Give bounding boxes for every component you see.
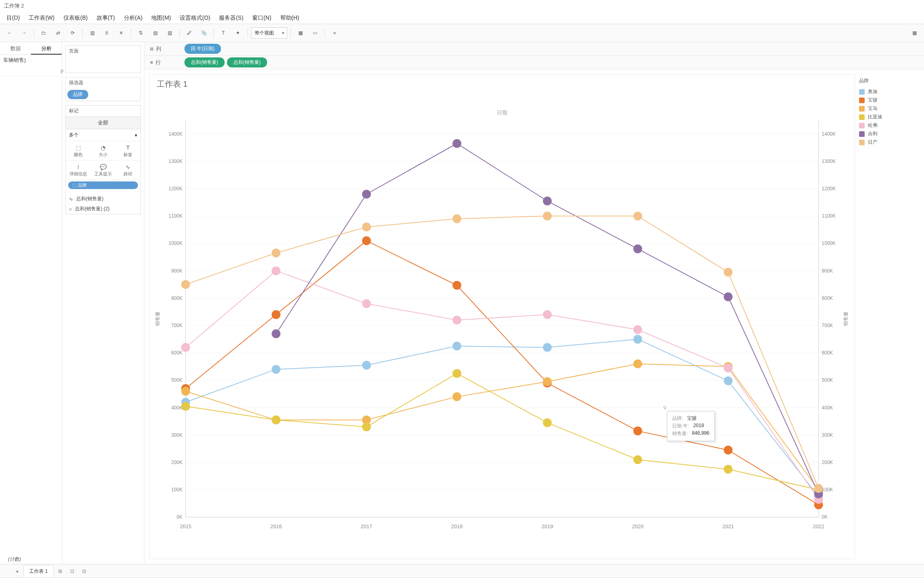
legend-item[interactable]: 比亚迪 bbox=[859, 113, 915, 121]
svg-point-99 bbox=[272, 330, 280, 338]
legend-item[interactable]: 日产 bbox=[859, 138, 915, 147]
new-dashboard-button[interactable]: ⊡ bbox=[67, 566, 78, 576]
svg-point-92 bbox=[272, 267, 280, 275]
svg-text:300K: 300K bbox=[171, 432, 182, 438]
marks-card: 标记 全部 多个▾ ⬚颜色 ◔大小 T标签 ⁞详细信息 💬工具提示 ∿路径 ⬚品… bbox=[65, 105, 141, 214]
view-mode-select[interactable]: 整个视图 bbox=[251, 27, 287, 39]
svg-text:2021: 2021 bbox=[722, 523, 734, 529]
legend-item[interactable]: 哈弗 bbox=[859, 121, 915, 130]
svg-point-91 bbox=[181, 343, 190, 352]
menu-item[interactable]: 分析(A) bbox=[120, 13, 147, 23]
show-me-button[interactable]: ▦ bbox=[294, 26, 307, 39]
legend-item[interactable]: 吉利 bbox=[859, 130, 915, 138]
svg-text:1200K: 1200K bbox=[822, 186, 836, 191]
svg-text:1100K: 1100K bbox=[168, 213, 182, 219]
rows-shelf[interactable]: ≡行 总和(销售量) 总和(销售量) bbox=[144, 56, 924, 69]
menu-item[interactable]: 仪表板(B) bbox=[59, 13, 92, 23]
data-source-name[interactable]: 车辆销售) bbox=[0, 55, 62, 65]
new-worksheet-button[interactable]: ⊞ bbox=[55, 566, 66, 576]
menu-item[interactable]: 窗口(N) bbox=[248, 13, 275, 23]
svg-point-113 bbox=[814, 484, 823, 493]
svg-text:1100K: 1100K bbox=[822, 213, 836, 219]
svg-text:1000K: 1000K bbox=[822, 240, 836, 246]
svg-point-96 bbox=[633, 325, 642, 334]
tab-analysis[interactable]: 分析 bbox=[31, 42, 62, 55]
legend-title: 品牌 bbox=[859, 77, 915, 84]
svg-text:日期: 日期 bbox=[497, 110, 507, 116]
duplicate-button[interactable]: ⎘ bbox=[100, 26, 113, 39]
svg-text:200K: 200K bbox=[822, 460, 833, 465]
marks-color[interactable]: ⬚颜色 bbox=[66, 141, 91, 161]
legend-item[interactable]: 奥迪 bbox=[859, 88, 915, 96]
columns-shelf[interactable]: iii列 田 年(日期) bbox=[144, 42, 924, 56]
svg-point-83 bbox=[181, 402, 190, 411]
chart-svg: 日期0K0K100K100K200K200K300K300K400K400K50… bbox=[150, 75, 855, 559]
svg-point-94 bbox=[452, 315, 461, 324]
dashboard-button[interactable]: ▭ bbox=[308, 26, 321, 39]
text-button[interactable]: T bbox=[217, 26, 230, 39]
search-input[interactable] bbox=[2, 67, 64, 74]
rows-pill-2[interactable]: 总和(销售量) bbox=[227, 57, 267, 67]
marks-detail[interactable]: ⁞详细信息 bbox=[66, 161, 91, 180]
columns-pill-year[interactable]: 田 年(日期) bbox=[184, 44, 221, 54]
filter-pill-brand[interactable]: 品牌 bbox=[67, 90, 88, 99]
rows-pill-1[interactable]: 总和(销售量) bbox=[184, 57, 225, 67]
sort-asc-button[interactable]: ▤ bbox=[149, 26, 162, 39]
save-button[interactable]: 🗀 bbox=[37, 26, 50, 39]
legend-item[interactable]: 宝骏 bbox=[859, 96, 915, 104]
marks-tooltip[interactable]: 💬工具提示 bbox=[91, 161, 116, 180]
sheet-tab-1[interactable]: 工作表 1 bbox=[23, 565, 54, 577]
show-me-panel-button[interactable]: ▦ bbox=[908, 26, 921, 39]
menu-item[interactable]: 目(D) bbox=[2, 13, 24, 23]
new-data-button[interactable]: ⇄ bbox=[52, 26, 65, 39]
menu-item[interactable]: 地图(M) bbox=[147, 13, 175, 23]
marks-agg1[interactable]: ∿总和(销售量) bbox=[66, 194, 140, 204]
menu-item[interactable]: 帮助(H) bbox=[276, 13, 303, 23]
new-story-button[interactable]: ⊟ bbox=[79, 566, 90, 576]
count-field[interactable]: (计数) bbox=[0, 555, 62, 564]
menu-item[interactable]: 服务器(S) bbox=[215, 13, 247, 23]
marks-all[interactable]: 全部 bbox=[66, 116, 140, 129]
svg-text:2018: 2018 bbox=[451, 523, 463, 529]
marks-agg2[interactable]: ○总和(销售量) (2) bbox=[66, 204, 140, 214]
highlight-button[interactable]: 🖉 bbox=[183, 26, 196, 39]
svg-text:1300K: 1300K bbox=[168, 159, 182, 164]
marks-type-select[interactable]: 多个▾ bbox=[66, 129, 140, 141]
forward-button[interactable]: → bbox=[18, 26, 30, 39]
menu-item[interactable]: 故事(T) bbox=[93, 13, 119, 23]
svg-text:销售量: 销售量 bbox=[843, 311, 849, 326]
group-button[interactable]: 📎 bbox=[197, 26, 210, 39]
legend-item[interactable]: 宝马 bbox=[859, 104, 915, 113]
share-button[interactable]: ∝ bbox=[328, 26, 341, 39]
svg-text:400K: 400K bbox=[171, 405, 182, 411]
chart-region[interactable]: 工作表 1 日期0K0K100K100K200K200K300K300K400K… bbox=[149, 74, 855, 559]
new-sheet-button[interactable]: ▥ bbox=[86, 26, 99, 39]
sort-desc-button[interactable]: ▥ bbox=[163, 26, 176, 39]
svg-point-101 bbox=[452, 139, 461, 148]
svg-point-64 bbox=[633, 335, 642, 344]
menu-item[interactable]: 工作表(W) bbox=[24, 13, 59, 23]
marks-label[interactable]: T标签 bbox=[116, 141, 140, 161]
menu-item[interactable]: 设置格式(O) bbox=[176, 13, 214, 23]
marks-path[interactable]: ∿路径 bbox=[116, 161, 140, 180]
clear-button[interactable]: ✕ bbox=[115, 26, 128, 39]
format-button[interactable]: ✦ bbox=[231, 26, 244, 39]
tab-data[interactable]: 数据 bbox=[0, 42, 31, 55]
swap-button[interactable]: ⇅ bbox=[134, 26, 147, 39]
marks-size[interactable]: ◔大小 bbox=[91, 141, 116, 161]
legend-panel: 品牌 奥迪宝骏宝马比亚迪哈弗吉利日产 bbox=[855, 74, 919, 559]
cards-column: 页面 筛选器 品牌 标记 全部 多个▾ ⬚颜色 ◔大小 T标签 ⁞详细信息 💬工… bbox=[62, 42, 144, 564]
svg-text:2015: 2015 bbox=[180, 523, 191, 529]
sheet-nav-left[interactable]: ◂ bbox=[11, 566, 22, 576]
pages-label: 页面 bbox=[66, 46, 140, 57]
data-pane: 数据 分析 车辆销售) ▽ ≡ ▾ (计数) bbox=[0, 42, 62, 564]
back-button[interactable]: ← bbox=[3, 26, 16, 39]
svg-text:100K: 100K bbox=[171, 487, 182, 493]
svg-point-78 bbox=[452, 392, 461, 401]
refresh-button[interactable]: ⟳ bbox=[66, 26, 79, 39]
svg-text:1200K: 1200K bbox=[168, 186, 182, 191]
marks-pill-brand[interactable]: ⬚品牌 bbox=[68, 181, 138, 189]
svg-point-62 bbox=[452, 342, 461, 350]
svg-text:2020: 2020 bbox=[632, 523, 644, 529]
sheet-title[interactable]: 工作表 1 bbox=[157, 79, 188, 90]
